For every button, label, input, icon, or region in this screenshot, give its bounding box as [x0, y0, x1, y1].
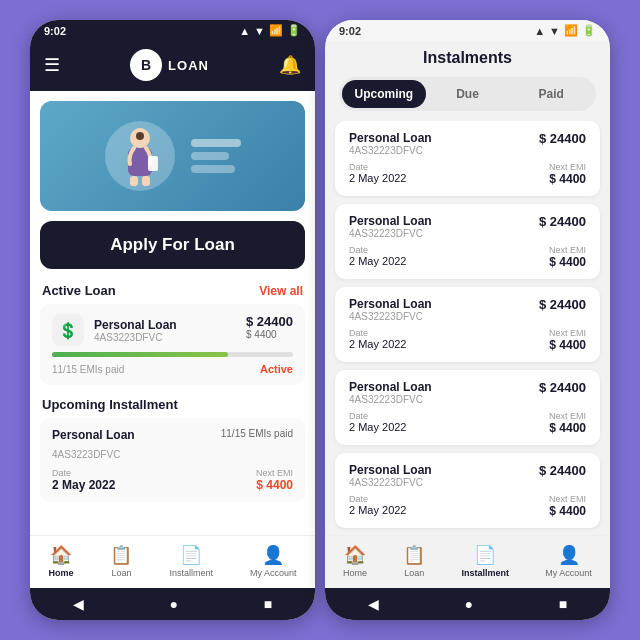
- left-time: 9:02: [44, 25, 66, 37]
- date-value-3: 2 May 2022: [349, 421, 406, 433]
- home-button[interactable]: ●: [170, 596, 178, 612]
- inst-amount: $ 24400: [539, 463, 586, 488]
- right-home-button[interactable]: ●: [465, 596, 473, 612]
- tab-upcoming[interactable]: Upcoming: [342, 80, 426, 108]
- bell-icon[interactable]: 🔔: [279, 54, 301, 76]
- right-loan-icon: 📋: [403, 544, 425, 566]
- tab-paid[interactable]: Paid: [509, 80, 593, 108]
- right-nav-installment[interactable]: 📄 Installment: [462, 544, 510, 578]
- inst-id: 4AS32223DFVC: [349, 394, 432, 405]
- right-time: 9:02: [339, 25, 361, 37]
- right-nav-account[interactable]: 👤 My Account: [545, 544, 592, 578]
- instalment-card: Personal Loan 4AS32223DFVC $ 24400 Date …: [335, 204, 600, 279]
- date-label-1: Date: [349, 245, 406, 255]
- date-value-0: 2 May 2022: [349, 172, 406, 184]
- inst-amount: $ 24400: [539, 380, 586, 405]
- right-nav-loan[interactable]: 📋 Loan: [403, 544, 425, 578]
- emi-label-2: Next EMI: [549, 328, 586, 338]
- back-button[interactable]: ◀: [73, 596, 84, 612]
- inst-amount: $ 24400: [539, 131, 586, 156]
- emi-value: $ 4400: [256, 478, 293, 492]
- account-icon: 👤: [262, 544, 284, 566]
- right-loan-label: Loan: [404, 568, 424, 578]
- emi-label-4: Next EMI: [549, 494, 586, 504]
- left-status-icons: ▲ ▼ 📶 🔋: [239, 24, 301, 37]
- inst-id: 4AS32223DFVC: [349, 145, 432, 156]
- right-home-label: Home: [343, 568, 367, 578]
- inst-bottom: Date 2 May 2022 Next EMI $ 4400: [349, 162, 586, 186]
- right-back-button[interactable]: ◀: [368, 596, 379, 612]
- instalment-card: Personal Loan 4AS32223DFVC $ 24400 Date …: [335, 287, 600, 362]
- right-recents-button[interactable]: ■: [559, 596, 567, 612]
- svg-rect-5: [148, 156, 158, 171]
- dollar-icon: 💲: [52, 314, 84, 346]
- inst-row1: Personal Loan 4AS32223DFVC $ 24400: [349, 380, 586, 405]
- logo-circle: B: [130, 49, 162, 81]
- inst-row1: Personal Loan 4AS32223DFVC $ 24400: [349, 131, 586, 156]
- date-value: 2 May 2022: [52, 478, 115, 492]
- hamburger-icon[interactable]: ☰: [44, 54, 60, 76]
- recents-button[interactable]: ■: [264, 596, 272, 612]
- date-label-0: Date: [349, 162, 406, 172]
- right-phone: 9:02 ▲ ▼ 📶 🔋 Instalments Upcoming Due Pa…: [325, 20, 610, 620]
- inst-row1: Personal Loan 4AS32223DFVC $ 24400: [349, 214, 586, 239]
- right-nav-home[interactable]: 🏠 Home: [343, 544, 367, 578]
- inst-amount: $ 24400: [539, 297, 586, 322]
- right-installment-icon: 📄: [474, 544, 496, 566]
- inst-bottom: Date 2 May 2022 Next EMI $ 4400: [349, 494, 586, 518]
- svg-rect-3: [130, 176, 138, 186]
- left-header: ☰ B LOAN 🔔: [30, 41, 315, 91]
- installment-label: Installment: [169, 568, 213, 578]
- active-loan-card: 💲 Personal Loan 4AS3223DFVC $ 24400 $ 44…: [40, 304, 305, 385]
- instalment-card: Personal Loan 4AS32223DFVC $ 24400 Date …: [335, 370, 600, 445]
- nav-loan[interactable]: 📋 Loan: [110, 544, 132, 578]
- active-loan-title: Active Loan: [42, 283, 116, 298]
- logo-text: LOAN: [168, 58, 209, 73]
- inst-row1: Personal Loan 4AS32223DFVC $ 24400: [349, 297, 586, 322]
- right-installment-label: Installment: [462, 568, 510, 578]
- svg-point-2: [136, 132, 144, 140]
- date-value-4: 2 May 2022: [349, 504, 406, 516]
- installment-icon: 📄: [180, 544, 202, 566]
- emi-label-3: Next EMI: [549, 411, 586, 421]
- upcoming-loan-name: Personal Loan: [52, 428, 135, 442]
- apply-loan-button[interactable]: Apply For Loan: [40, 221, 305, 269]
- emi-label-0: Next EMI: [549, 162, 586, 172]
- inst-id: 4AS32223DFVC: [349, 477, 432, 488]
- emi-value-1: $ 4400: [549, 255, 586, 269]
- date-label-2: Date: [349, 328, 406, 338]
- emi-value-2: $ 4400: [549, 338, 586, 352]
- loan-icon: 📋: [110, 544, 132, 566]
- inst-name: Personal Loan: [349, 131, 432, 145]
- nav-home[interactable]: 🏠 Home: [48, 544, 73, 578]
- tabs-row: Upcoming Due Paid: [339, 77, 596, 111]
- svg-rect-4: [142, 176, 150, 186]
- emi-label-1: Next EMI: [549, 245, 586, 255]
- left-android-nav: ◀ ● ■: [30, 588, 315, 620]
- emis-paid: 11/15 EMIs paid: [52, 364, 124, 375]
- right-status-icons: ▲ ▼ 📶 🔋: [534, 24, 596, 37]
- tab-due[interactable]: Due: [426, 80, 510, 108]
- progress-fill: [52, 352, 228, 357]
- emi-value-4: $ 4400: [549, 504, 586, 518]
- right-account-icon: 👤: [558, 544, 580, 566]
- inst-amount: $ 24400: [539, 214, 586, 239]
- loan-name: Personal Loan: [94, 318, 177, 332]
- home-icon: 🏠: [50, 544, 72, 566]
- home-label: Home: [48, 568, 73, 578]
- banner: [40, 101, 305, 211]
- nav-installment[interactable]: 📄 Installment: [169, 544, 213, 578]
- loan-emi: $ 4400: [246, 329, 293, 340]
- inst-name: Personal Loan: [349, 463, 432, 477]
- right-account-label: My Account: [545, 568, 592, 578]
- right-status-bar: 9:02 ▲ ▼ 📶 🔋: [325, 20, 610, 41]
- date-label-3: Date: [349, 411, 406, 421]
- emi-value-3: $ 4400: [549, 421, 586, 435]
- loan-id: 4AS3223DFVC: [94, 332, 177, 343]
- loan-label: Loan: [111, 568, 131, 578]
- progress-bar: [52, 352, 293, 357]
- date-label-4: Date: [349, 494, 406, 504]
- view-all-link[interactable]: View all: [259, 284, 303, 298]
- loan-footer: 11/15 EMIs paid Active: [52, 363, 293, 375]
- nav-account[interactable]: 👤 My Account: [250, 544, 297, 578]
